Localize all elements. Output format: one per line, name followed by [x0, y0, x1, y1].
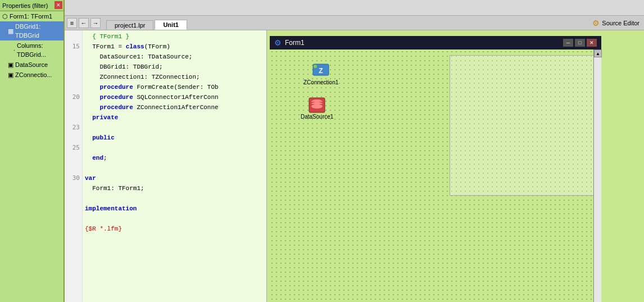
svg-point-2: [314, 65, 317, 68]
code-content[interactable]: { TForm1 } TForm1 = class(TForm) DataSou…: [83, 30, 266, 302]
line-num: 20: [67, 92, 80, 102]
line-num: 25: [67, 143, 80, 153]
line-num: [67, 163, 80, 173]
code-line: [85, 214, 264, 224]
form-window: ⚙ Form1 ─ □ ✕: [270, 36, 601, 302]
line-num: [67, 52, 80, 62]
line-num: [67, 102, 80, 112]
code-line: ZConnection1: TZConnection;: [85, 72, 264, 82]
datasource-label: DataSource1: [301, 114, 333, 120]
tree-item-datasource[interactable]: ▣ DataSource: [0, 60, 64, 70]
code-line: procedure FormCreate(Sender: TOb: [85, 82, 264, 92]
code-line: {$R *.lfm}: [85, 224, 264, 234]
form-title-text: Form1: [285, 39, 305, 47]
datasource-icon: ▣: [8, 60, 13, 69]
line-num: [67, 31, 80, 42]
form-close-button[interactable]: ✕: [587, 39, 597, 47]
toolbar-forward-button[interactable]: →: [90, 18, 101, 28]
code-line: TForm1 = class(TForm): [85, 42, 264, 52]
line-num: 15: [67, 42, 80, 52]
code-line: DBGrid1: TDBGrid;: [85, 62, 264, 72]
object-tree-items: ⬡ Form1: TForm1 ▦ DBGrid1: TDBGrid · Col…: [0, 11, 64, 302]
line-num: [67, 62, 80, 72]
code-line: procedure ZConnection1AfterConne: [85, 102, 264, 112]
component-datasource1[interactable]: DataSource1: [301, 97, 333, 120]
tree-item-label: DBGrid1: TDBGrid: [15, 22, 61, 40]
line-num: [67, 82, 80, 92]
svg-text:Z: Z: [319, 67, 323, 75]
form-icon: ⬡: [2, 12, 8, 21]
tree-item-zconnection[interactable]: ▣ ZConnectio...: [0, 70, 64, 80]
zconnection-icon-svg: Z: [312, 61, 330, 79]
tree-item-dbgrid[interactable]: ▦ DBGrid1: TDBGrid: [0, 21, 64, 40]
code-line: [85, 143, 264, 153]
line-numbers: 15 20 23 25 30: [65, 30, 83, 302]
close-object-tree-button[interactable]: ✕: [55, 1, 62, 9]
toolbar-buttons: ≡ ← →: [67, 18, 101, 28]
tab-project1[interactable]: project1.lpr: [106, 20, 153, 30]
tabs-toolbar-row: ≡ ← → project1.lpr Unit1 ⚙ Source Editor: [65, 16, 644, 30]
form-designer: ⚙ Form1 ─ □ ✕: [267, 30, 644, 302]
line-num: [67, 153, 80, 163]
code-line: public: [85, 133, 264, 143]
tree-item-label: Form1: TForm1: [10, 12, 52, 21]
code-line: [85, 193, 264, 204]
tree-item-label: DataSource: [15, 60, 48, 69]
form-title-icon: ⚙: [274, 38, 282, 47]
designer-vscrollbar: ▲ ▼: [593, 49, 601, 302]
scroll-up-button[interactable]: ▲: [594, 49, 602, 57]
line-num: [67, 193, 80, 204]
tab-unit1[interactable]: Unit1: [155, 20, 187, 30]
code-line: implementation: [85, 204, 264, 214]
main-layout: Properties (filter) ⬡ Form1: TForm1 ▦ DB…: [0, 0, 644, 302]
code-line: DataSource1: TDataSource;: [85, 52, 264, 62]
dbgrid-icon: ▦: [8, 26, 13, 35]
code-line: private: [85, 112, 264, 123]
source-editor-label: ⚙ Source Editor: [592, 19, 640, 28]
form-minimize-button[interactable]: ─: [563, 39, 573, 47]
line-num: [67, 112, 80, 123]
main-content-area: ≡ ← → project1.lpr Unit1 ⚙ Source Editor: [65, 0, 644, 302]
form-title-left: ⚙ Form1: [274, 38, 305, 47]
line-num: [67, 72, 80, 82]
object-tree-label: Properties (filter): [2, 2, 48, 9]
line-num: [67, 204, 80, 214]
tree-item-form1[interactable]: ⬡ Form1: TForm1: [0, 11, 64, 21]
form-titlebar: ⚙ Form1 ─ □ ✕: [270, 36, 601, 49]
svg-point-8: [311, 104, 323, 109]
zconnection-icon: ▣: [8, 70, 13, 79]
code-line: [85, 123, 264, 133]
scroll-track[interactable]: [594, 57, 601, 302]
resize-region: [450, 55, 596, 196]
form-body[interactable]: Z ZConnection1: [270, 49, 601, 302]
tree-item-columns[interactable]: · Columns: TDBGrid...: [0, 40, 64, 60]
form-window-controls: ─ □ ✕: [563, 39, 597, 47]
code-line: var: [85, 173, 264, 183]
form-maximize-button[interactable]: □: [575, 39, 585, 47]
code-line: { TForm1 }: [85, 31, 264, 42]
toolbar-back-button[interactable]: ←: [79, 18, 89, 28]
object-tree-panel: Properties (filter) ⬡ Form1: TForm1 ▦ DB…: [0, 0, 65, 302]
editor-designer-row: 15 20 23 25 30: [65, 30, 644, 302]
line-num: [67, 183, 80, 193]
code-line: Form1: TForm1;: [85, 183, 264, 193]
component-zconnection1[interactable]: Z ZConnection1: [303, 61, 338, 85]
source-editor-text: Source Editor: [602, 20, 640, 26]
source-editor-toolbar: [65, 0, 644, 16]
zconnection-label: ZConnection1: [303, 79, 338, 85]
code-editor: 15 20 23 25 30: [65, 30, 267, 302]
line-num: 30: [67, 173, 80, 183]
code-line: procedure SQLConnector1AfterConn: [85, 92, 264, 102]
code-line: [85, 163, 264, 173]
code-line: end;: [85, 153, 264, 163]
columns-icon: ·: [13, 46, 15, 55]
tree-item-label: ZConnectio...: [15, 70, 52, 79]
line-num: 23: [67, 123, 80, 133]
line-num: [67, 214, 80, 224]
datasource-icon-svg: [309, 97, 325, 113]
tree-item-label: Columns: TDBGrid...: [17, 41, 61, 59]
source-editor-icon: ⚙: [592, 19, 600, 28]
line-num: [67, 133, 80, 143]
toolbar-list-button[interactable]: ≡: [67, 18, 77, 28]
